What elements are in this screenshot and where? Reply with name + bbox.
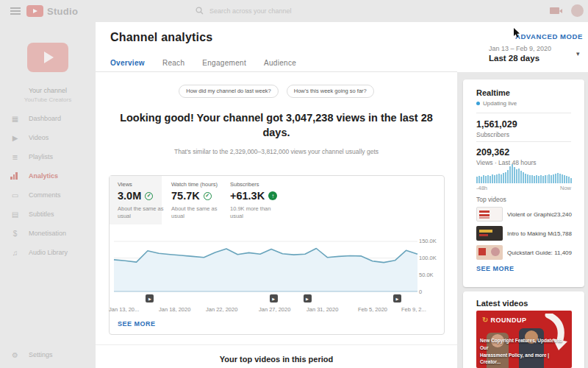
top-bar: Studio Search across your channel	[0, 0, 588, 22]
top-video-row[interactable]: Intro to Making Money o... 15,788	[476, 225, 572, 241]
realtime-bar	[498, 174, 500, 183]
realtime-bar	[501, 174, 502, 183]
realtime-bar	[512, 164, 513, 183]
roundup-logo: ↻ ROUNDUP	[482, 316, 526, 324]
realtime-card: Realtime Updating live 1,561,029 Subscri…	[463, 79, 584, 287]
top-video-row[interactable]: Violent or Graphic Conte... 23,240	[476, 206, 572, 222]
realtime-bar	[492, 174, 493, 183]
realtime-bar-chart[interactable]	[476, 163, 573, 183]
playlists-icon: ≣	[10, 153, 20, 161]
realtime-subscribers-count: 1,561,029	[476, 119, 517, 130]
overview-panel: How did my channel do last week? How's t…	[96, 72, 457, 368]
latest-videos-card: Latest videos ↻ ROUNDUP New Copyright Fe…	[463, 291, 584, 368]
channel-name: Your channel	[0, 87, 96, 94]
realtime-bar	[496, 174, 498, 183]
video-publish-marker-icon[interactable]: ▶	[270, 294, 278, 302]
latest-videos-title: Latest videos	[476, 299, 528, 308]
channel-avatar[interactable]	[27, 43, 68, 72]
kpi-subscribers[interactable]: Subscribers +61.3K↑ 10.9K more than usua…	[230, 181, 277, 220]
divider	[476, 113, 571, 113]
realtime-subscribers-label: Subscribers	[476, 131, 509, 138]
search-icon	[196, 7, 204, 15]
realtime-bar	[547, 175, 548, 183]
realtime-bar	[507, 170, 509, 183]
realtime-bar	[542, 176, 544, 183]
realtime-bar	[505, 172, 506, 183]
chip-last-week[interactable]: How did my channel do last week?	[179, 85, 278, 98]
latest-video-thumbnail[interactable]: ↻ ROUNDUP New Copyright Features, Update…	[476, 311, 572, 368]
sidebar-item-settings[interactable]: ⚙ Settings	[10, 348, 96, 361]
realtime-bar	[536, 175, 537, 183]
analytics-icon	[10, 172, 20, 180]
realtime-bar	[478, 176, 480, 183]
insight-chips: How did my channel do last week? How's t…	[96, 85, 457, 98]
realtime-bar	[545, 175, 546, 183]
gear-icon: ⚙	[10, 351, 20, 359]
realtime-bar	[559, 174, 561, 183]
video-publish-marker-icon[interactable]: ▶	[393, 294, 401, 302]
realtime-bar	[503, 173, 504, 183]
realtime-bar	[509, 166, 511, 183]
sidebar-item-analytics[interactable]: Analytics	[10, 169, 96, 183]
arrow-up-badge-icon: ↑	[268, 191, 277, 200]
realtime-bar	[568, 177, 570, 183]
divider	[476, 141, 571, 142]
realtime-bar	[566, 176, 567, 183]
realtime-bar	[557, 173, 559, 183]
studio-brand: Studio	[47, 6, 78, 17]
axis-start-label: -48h	[476, 185, 487, 191]
realtime-bar	[553, 174, 554, 183]
realtime-bar	[525, 174, 526, 183]
sidebar-item-videos[interactable]: ▶ Videos	[10, 131, 96, 144]
realtime-bar	[538, 176, 539, 183]
youtube-logo-icon[interactable]	[26, 5, 43, 17]
account-avatar[interactable]	[571, 4, 584, 17]
create-video-icon[interactable]	[550, 7, 559, 14]
realtime-bar	[562, 174, 563, 183]
sidebar-item-audio-library[interactable]: ♫ Audio Library	[10, 246, 96, 259]
realtime-bar	[485, 176, 487, 183]
video-thumbnail	[476, 207, 503, 222]
realtime-bar	[481, 177, 482, 183]
views-line-chart[interactable]	[112, 237, 418, 293]
top-video-row[interactable]: Quickstart Guide: Start Y... 11,409	[476, 244, 572, 261]
realtime-bar	[534, 176, 535, 183]
section-divider	[96, 344, 457, 345]
sidebar-item-playlists[interactable]: ≣ Playlists	[10, 150, 96, 163]
realtime-bar	[529, 175, 531, 183]
realtime-bar	[531, 175, 533, 183]
kpi-watch-time[interactable]: Watch time (hours) 75.7K✓ About the same…	[171, 181, 218, 220]
updating-live-status: Updating live	[476, 100, 517, 107]
realtime-bar	[476, 177, 478, 183]
date-range-picker[interactable]: Jan 13 – Feb 9, 2020 Last 28 days	[441, 45, 566, 63]
sidebar-item-dashboard[interactable]: ▦ Dashboard	[10, 112, 96, 125]
menu-icon[interactable]	[10, 7, 21, 15]
dashboard-icon: ▦	[10, 115, 20, 123]
sidebar-item-monetisation[interactable]: $ Monetisation	[10, 227, 96, 240]
video-caption: New Copyright Features, Updates to Our H…	[480, 337, 570, 366]
realtime-bar	[516, 169, 517, 183]
monetisation-icon: $	[10, 230, 20, 238]
realtime-views-count: 209,362	[476, 147, 509, 158]
chip-this-week[interactable]: How's this week going so far?	[287, 85, 374, 98]
realtime-bar	[551, 175, 552, 183]
see-more-link[interactable]: SEE MORE	[476, 265, 514, 272]
realtime-bar	[483, 175, 484, 183]
realtime-bar	[570, 178, 572, 183]
chevron-down-icon[interactable]: ▾	[576, 50, 580, 57]
kpi-views[interactable]: Views 3.0M✓ About the same as usual	[118, 181, 165, 220]
summary-subtext: That's similar to the 2,329,000–3,812,00…	[110, 148, 442, 155]
check-badge-icon: ✓	[204, 192, 212, 200]
see-more-link[interactable]: SEE MORE	[118, 320, 156, 328]
sidebar-item-subtitles[interactable]: ▤ Subtitles	[10, 208, 96, 221]
sidebar-item-comments[interactable]: ▭ Comments	[10, 188, 96, 202]
realtime-bar	[518, 169, 520, 183]
video-publish-marker-icon[interactable]: ▶	[304, 294, 312, 302]
date-range-text: Jan 13 – Feb 9, 2020	[441, 45, 566, 52]
video-publish-marker-icon[interactable]: ▶	[146, 294, 154, 302]
search-bar[interactable]: Search across your channel	[196, 7, 292, 15]
channel-subtitle: YouTube Creators	[0, 96, 96, 103]
realtime-bar	[548, 174, 550, 183]
axis-end-label: Now	[560, 185, 571, 191]
realtime-bar	[514, 167, 515, 183]
